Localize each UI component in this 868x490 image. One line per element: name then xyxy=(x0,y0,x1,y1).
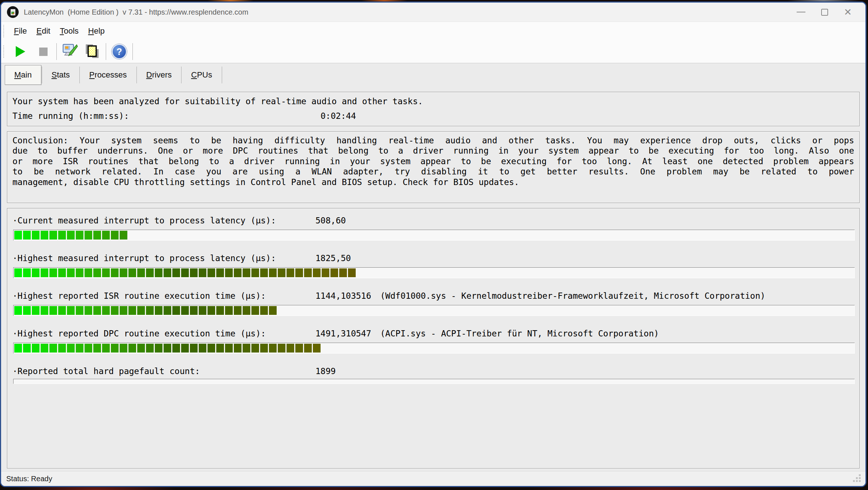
start-monitor-button[interactable] xyxy=(9,41,32,62)
latency-bar-segment xyxy=(278,344,285,353)
latency-bar-segment xyxy=(181,344,189,353)
copy-pages-icon xyxy=(84,43,101,60)
play-icon xyxy=(16,46,25,57)
latency-bar-segment xyxy=(172,344,180,353)
latency-bar-segment xyxy=(260,306,268,315)
screenshot-button[interactable] xyxy=(81,41,104,62)
measurement-label: ·Highest reported ISR routine execution … xyxy=(12,291,266,301)
latency-bar-segment xyxy=(216,268,224,277)
conclusion-line: due to buffer underruns. One or more DPC… xyxy=(12,146,854,156)
latency-bar-segment xyxy=(164,268,171,277)
latency-bar-segment xyxy=(128,268,136,277)
latency-bar-segment xyxy=(313,268,321,277)
measurement-value: 508,60 xyxy=(315,216,346,225)
latency-bar-segment xyxy=(199,268,206,277)
latency-bar-segment xyxy=(111,231,119,240)
latency-bar-segment xyxy=(146,344,154,353)
latency-bar-segment xyxy=(111,268,119,277)
latency-bar-segment xyxy=(85,344,92,353)
measurement-row-isr-time: ·Highest reported ISR routine execution … xyxy=(7,288,859,326)
latency-bar-segment xyxy=(14,306,22,315)
latency-bar-segment xyxy=(251,306,259,315)
analysis-panel: Your system has been analyzed for suitab… xyxy=(7,92,860,126)
latency-bar-segment xyxy=(32,231,40,240)
latency-bar-segment xyxy=(128,306,136,315)
latency-bar-segment xyxy=(85,268,92,277)
latency-bar-segment xyxy=(58,268,66,277)
latency-bar-segment xyxy=(23,231,31,240)
tab-processes[interactable]: Processes xyxy=(80,66,136,84)
latency-bar-segment xyxy=(234,344,242,353)
latency-bar-segment xyxy=(181,306,189,315)
tab-separator xyxy=(136,67,137,83)
tab-separator xyxy=(79,67,80,83)
latency-bar-segment xyxy=(120,306,127,315)
latency-bar-segment xyxy=(93,231,101,240)
latency-bar-segment xyxy=(172,306,180,315)
menu-item-tools[interactable]: Tools xyxy=(55,24,83,38)
latency-bar-segment xyxy=(304,268,312,277)
menu-item-help[interactable]: Help xyxy=(83,24,109,38)
latency-bar-segment xyxy=(164,306,171,315)
main-content: Your system has been analyzed for suitab… xyxy=(1,87,865,471)
menu-item-file[interactable]: File xyxy=(9,24,31,38)
menubar-grip[interactable] xyxy=(3,25,6,37)
toolbar: ? xyxy=(1,40,865,63)
latency-bar-segment xyxy=(137,344,145,353)
measurements-panel: ·Current measured interrupt to process l… xyxy=(7,208,860,468)
latency-bar-segment xyxy=(339,268,347,277)
latency-bar-segment xyxy=(269,344,277,353)
latency-bar-segment xyxy=(32,306,40,315)
latency-bar-segment xyxy=(23,344,31,353)
latency-bar-segment xyxy=(278,268,285,277)
maximize-button[interactable] xyxy=(813,4,836,20)
latency-bar-segment xyxy=(348,268,356,277)
toolbar-grip[interactable] xyxy=(3,45,6,58)
latency-bar-segment xyxy=(32,344,40,353)
latency-bar-segment xyxy=(199,344,206,353)
latency-bar-segment xyxy=(58,306,66,315)
latency-bar-segment xyxy=(269,268,277,277)
titlebar[interactable]: LatencyMon (Home Edition ) v 7.31 - http… xyxy=(1,3,865,22)
minimize-icon xyxy=(797,12,805,12)
latency-bar-segment xyxy=(102,268,110,277)
latency-bar-segment xyxy=(120,231,127,240)
toolbar-separator xyxy=(56,43,57,60)
minimize-button[interactable] xyxy=(789,4,813,20)
latency-bar xyxy=(13,305,855,316)
tab-main[interactable]: Main xyxy=(5,65,41,85)
latency-bar-segment xyxy=(93,268,101,277)
help-icon: ? xyxy=(112,44,127,59)
latency-bar-segment xyxy=(322,268,329,277)
latency-bar-segment xyxy=(313,344,321,353)
latencymon-window: LatencyMon (Home Edition ) v 7.31 - http… xyxy=(0,1,867,487)
tab-drivers[interactable]: Drivers xyxy=(137,66,181,84)
latency-bar-segment xyxy=(260,344,268,353)
latency-bar-segment xyxy=(146,268,154,277)
latency-bar-segment xyxy=(32,268,40,277)
help-button[interactable]: ? xyxy=(108,41,131,62)
tab-stats[interactable]: Stats xyxy=(42,66,79,84)
latency-bar-segment xyxy=(243,306,250,315)
driver-info: (Wdf01000.sys - Kernelmodustreiber-Frame… xyxy=(380,291,765,301)
time-running-label: Time running (h:mm:ss): xyxy=(12,111,129,121)
latency-bar-segment xyxy=(102,344,110,353)
close-button[interactable]: ✕ xyxy=(836,4,860,20)
resize-grip[interactable] xyxy=(853,474,862,483)
latency-bar-segment xyxy=(216,344,224,353)
latency-bar-segment xyxy=(85,231,92,240)
measurement-value: 1899 xyxy=(315,366,336,376)
latency-bar-segment xyxy=(225,268,233,277)
latency-bar-segment xyxy=(330,268,338,277)
stop-monitor-button[interactable] xyxy=(32,41,55,62)
tab-cpus[interactable]: CPUs xyxy=(182,66,221,84)
conclusion-line: Conclusion: Your system seems to be havi… xyxy=(12,135,854,146)
toolbar-separator xyxy=(132,43,133,60)
latency-bar xyxy=(13,379,855,384)
options-button[interactable] xyxy=(59,41,81,62)
measurement-value: 1825,50 xyxy=(315,253,351,263)
statusbar: Status: Ready xyxy=(1,471,865,486)
menu-item-edit[interactable]: Edit xyxy=(31,24,55,38)
latency-bar-segment xyxy=(295,268,303,277)
latency-bar-segment xyxy=(49,344,57,353)
